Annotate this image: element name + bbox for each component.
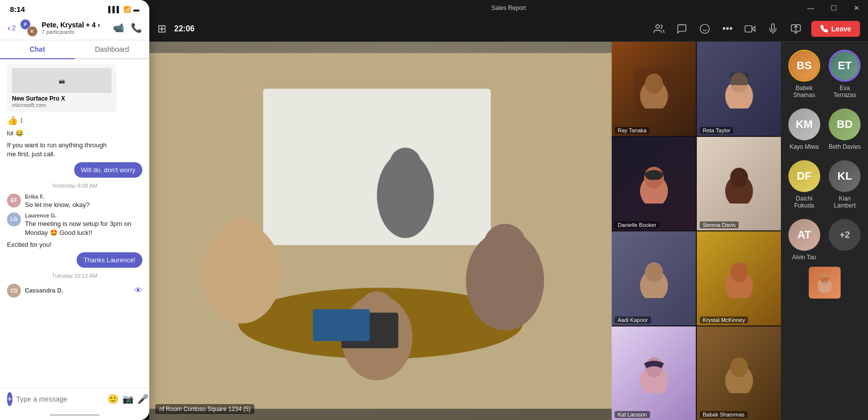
svg-point-36 [645,262,663,282]
maximize-button[interactable]: ☐ [822,0,845,16]
video-cell-aadi: Aadi Kapoor [612,231,696,325]
home-bar [50,414,100,416]
message-bubble-thanks: Thanks Laurence! [77,252,142,268]
teams-toolbar: ⊞ 22:06 ••• [149,16,868,42]
cell-label-danielle: Danielle Booker [615,221,659,228]
video-cell-ray: Ray Tanaka [612,42,696,136]
message-laurence: LG Laurence G. The meeting is now setup … [7,212,142,237]
phone-mockup: 8:14 ▌▌▌ 📶 ▬ ‹ 2 P K Pete, Krystal + 4 ›… [0,0,149,420]
svg-rect-13 [263,89,491,245]
avatar-last-bg [809,267,841,299]
avatar-initials-daichi: DF [788,160,820,192]
share-screen-icon[interactable] [788,21,803,36]
svg-point-42 [730,357,748,377]
avatar-initials-eva: ET [830,51,859,80]
more-participants-badge: +2 [829,219,861,251]
participant-last [787,267,862,299]
contact-avatar-group: P K [20,19,38,37]
video-cell-reta: Reta Taylor [697,42,781,136]
phone-tabs: Chat Dashboard [0,40,149,59]
participant-avatar-kayo: KM [788,108,820,140]
video-cell-serena: Serena Davis [697,137,781,231]
cassandra-row: CD Cassandra D. 👁 [7,284,142,298]
wifi-icon: 📶 [123,6,131,13]
room-label: nf Room Contoso Square 1234 (5) [155,404,254,414]
reactions-icon[interactable] [697,21,712,36]
participant-name-eva: Eva Terrazas [828,85,863,99]
video-cell-krystal: Krystal McKinney [697,231,781,325]
signal-icon: ▌▌▌ [108,6,121,13]
leave-label: Leave [831,25,851,33]
phone-header: ‹ 2 P K Pete, Krystal + 4 › 7 participan… [0,16,149,40]
minimize-button[interactable]: — [799,0,822,16]
participant-name-babek: Babek Shamas [787,85,822,99]
back-number: 2 [12,24,16,32]
tab-chat[interactable]: Chat [0,40,75,59]
chevron-left-icon: ‹ [7,23,10,33]
tab-dashboard[interactable]: Dashboard [75,40,149,58]
participant-more[interactable]: +2 [828,219,863,261]
cassandra-name: Cassandra D. [25,287,63,294]
home-indicator [0,410,149,420]
phone-input-bar: + 🙂 📷 🎤 [0,388,149,410]
participant-kian: KL Kian Lambert [828,160,863,209]
sender-name-erika: Erika F. [25,194,90,200]
camera-icon[interactable]: 📷 [122,394,133,405]
svg-rect-5 [745,25,752,32]
mic-icon[interactable]: 🎤 [137,394,148,405]
participants-row-4: AT Alvin Tao +2 [787,219,862,261]
emoji-icon[interactable]: 🙂 [108,394,118,405]
participant-name-beth: Beth Davies [829,143,861,150]
message-text-erika: So let me know, okay? [25,201,90,210]
video-call-icon[interactable]: 📹 [113,22,124,33]
mic-toolbar-icon[interactable] [765,21,780,36]
participants-icon[interactable] [651,21,666,36]
svg-point-18 [484,224,527,267]
phone-screen: 8:14 ▌▌▌ 📶 ▬ ‹ 2 P K Pete, Krystal + 4 ›… [0,0,149,420]
teams-titlebar: Sales Report — ☐ ✕ [149,0,868,16]
add-button[interactable]: + [7,392,12,406]
avatar-laurence: LG [7,212,21,226]
phone-call-icon[interactable]: 📞 [131,22,142,33]
grid-icon[interactable]: ⊞ [157,22,166,35]
avatar-initials-beth: BD [829,108,861,140]
avatar-erika: EF [7,194,21,208]
message-bubble-will-do: Will do, don't worry [74,162,142,178]
svg-rect-27 [634,69,674,108]
participant-babek: BS Babek Shamas [787,50,822,99]
close-button[interactable]: ✕ [845,0,868,16]
avatar-initials-alvin: AT [788,219,820,251]
participant-kayo: KM Kayo Miwa [787,108,822,150]
cell-label-serena: Serena Davis [700,221,739,228]
cell-label-kat: Kat Larsson [615,411,650,418]
participant-eva: ET Eva Terrazas [828,50,863,99]
card-title: New Surface Pro X [12,95,111,102]
phone-back-button[interactable]: ‹ 2 [7,23,16,33]
chat-icon[interactable] [674,21,689,36]
message-text-laurence: The meeting is now setup for 3pm on Mond… [25,219,134,237]
svg-point-22 [390,148,421,179]
teams-content: nf Room Contoso Square 1234 (5) Ray Tana… [149,42,868,420]
cell-label-ray: Ray Tanaka [615,127,650,134]
participant-daichi: DF Daichi Fukuda [787,160,822,209]
call-icons: 📹 📞 [113,22,142,33]
video-cell-danielle: Danielle Booker [612,137,696,231]
cell-label-babak: Babak Shammas [700,411,748,418]
svg-rect-24 [313,309,370,341]
message-input[interactable] [16,395,104,403]
phone-status-icons: ▌▌▌ 📶 ▬ [108,6,139,13]
camera-toolbar-icon[interactable] [743,21,758,36]
participant-name-kian: Kian Lambert [828,195,863,209]
leave-button[interactable]: Leave [811,21,860,37]
svg-rect-30 [730,73,748,85]
participants-row-3: DF Daichi Fukuda KL Kian Lambert [787,160,862,209]
participants-row-1: BS Babek Shamas ET Eva Terrazas [787,50,862,99]
eye-icon: 👁 [134,286,142,295]
more-icon[interactable]: ••• [720,21,735,36]
phone-messages: 📷 New Surface Pro X microsoft.com 👍 1 lo… [0,59,149,388]
reaction-emoji: 👍 [7,115,18,126]
window-title: Sales Report [491,4,526,11]
reaction-count: 1 [20,117,23,124]
svg-point-0 [656,24,659,28]
avatar-initials-kian: KL [829,160,861,192]
